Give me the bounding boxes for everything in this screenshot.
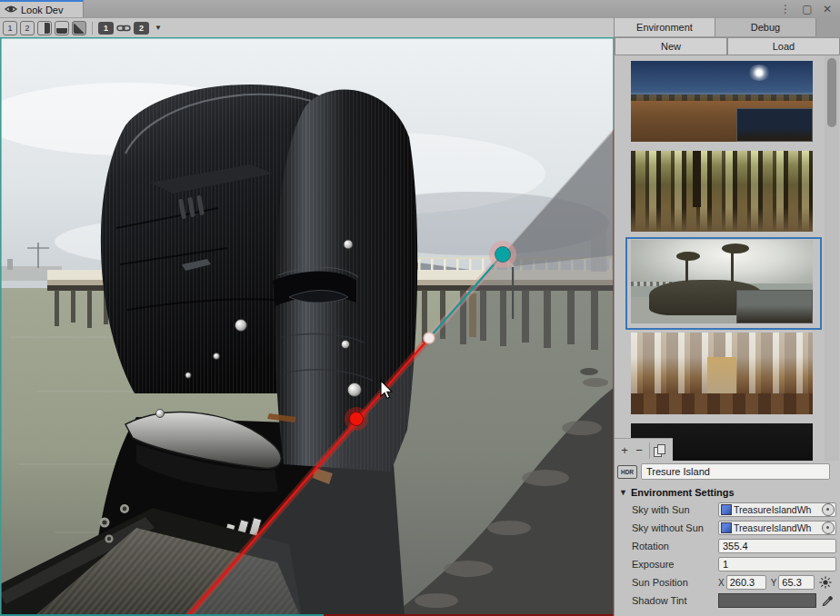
side-by-side-split-button[interactable] xyxy=(37,21,52,35)
lookdev-window: { "colors": { "selection_blue": "#3a76b8… xyxy=(0,0,840,616)
tab-environment[interactable]: Environment xyxy=(615,18,715,36)
thumbnail-scrollbar[interactable] xyxy=(825,55,839,461)
cubemap-icon xyxy=(721,522,732,533)
sky-with-sun-row: Sky with Sun TreasureIslandWh xyxy=(615,501,840,519)
sun-picker-icon[interactable] xyxy=(818,575,833,590)
cubemap-icon xyxy=(721,504,732,515)
library-actions: New Load xyxy=(615,37,840,55)
sky-with-sun-label: Sky with Sun xyxy=(632,504,718,515)
exposure-label: Exposure xyxy=(632,559,718,570)
camera-2-button[interactable]: 2 xyxy=(134,22,149,35)
settings-header-label: Environment Settings xyxy=(631,487,735,498)
sun-position-row: Sun Position X 260.3 Y 65.3 xyxy=(615,573,840,591)
foldout-arrow-icon[interactable]: ▼ xyxy=(619,488,627,497)
tab-debug[interactable]: Debug xyxy=(715,18,816,36)
hdr-name-row: HDR Tresure Island xyxy=(615,461,840,482)
load-button[interactable]: Load xyxy=(727,37,840,55)
sun-position-label: Sun Position xyxy=(632,577,718,588)
sun-x-field[interactable]: 260.3 xyxy=(726,575,766,590)
lookdev-viewport[interactable] xyxy=(0,37,615,616)
lookdev-toolbar: 1 2 1 2 ▼ xyxy=(0,18,615,37)
environment-name-field[interactable]: Tresure Island xyxy=(641,463,830,480)
list-action-bar: + − xyxy=(615,438,673,461)
hdri-thumbnail-desert[interactable] xyxy=(631,61,813,142)
separator-center-handle xyxy=(424,333,435,343)
add-environment-button[interactable]: + xyxy=(618,443,631,458)
scrollbar-thumb[interactable] xyxy=(827,58,836,127)
camera-1-button[interactable]: 1 xyxy=(98,22,114,35)
vertical-split-icon xyxy=(45,23,50,34)
shadow-inset xyxy=(736,108,813,142)
panel-tab-strip: Environment Debug xyxy=(615,18,840,37)
shadow-tint-row: Shadow Tint xyxy=(615,591,840,610)
toolbar-separator xyxy=(92,22,93,35)
single-view-2-button[interactable]: 2 xyxy=(20,21,35,35)
window-menu-icon[interactable]: ⋮ xyxy=(778,2,793,16)
diagonal-split-icon xyxy=(74,23,85,34)
diagonal-split-button[interactable] xyxy=(72,21,86,35)
environment-panel: New Load xyxy=(615,37,840,616)
exposure-row: Exposure 1 xyxy=(615,555,840,573)
separator-teal-handle xyxy=(495,247,511,263)
tab-look-dev[interactable]: Look Dev xyxy=(0,0,84,17)
window-titlebar: Look Dev ⋮ ▢ ✕ xyxy=(0,0,840,19)
rotation-row: Rotation 355.4 xyxy=(615,537,840,555)
shadow-tint-label: Shadow Tint xyxy=(632,595,718,606)
shadow-inset xyxy=(736,290,813,323)
hdr-badge-icon: HDR xyxy=(617,465,637,479)
sky-without-sun-label: Sky without Sun xyxy=(632,522,718,533)
sun-glare xyxy=(747,65,771,81)
object-picker-icon[interactable] xyxy=(822,503,835,516)
single-view-1-button[interactable]: 1 xyxy=(3,21,17,35)
maximize-icon[interactable]: ▢ xyxy=(800,2,815,16)
rotation-label: Rotation xyxy=(632,541,718,551)
rendered-scene xyxy=(0,37,615,616)
exposure-field[interactable]: 1 xyxy=(718,557,836,571)
sky-without-sun-row: Sky without Sun TreasureIslandWh xyxy=(615,519,840,537)
shadow-tint-swatch[interactable] xyxy=(718,593,816,608)
close-icon[interactable]: ✕ xyxy=(820,2,835,16)
hdri-thumbnail-treasure-island[interactable] xyxy=(631,240,813,323)
top-bottom-split-button[interactable] xyxy=(55,21,69,35)
sky-without-sun-field[interactable]: TreasureIslandWh xyxy=(718,521,836,535)
sky-with-sun-field[interactable]: TreasureIslandWh xyxy=(718,502,836,517)
separator-red-handle xyxy=(350,412,364,426)
duplicate-environment-icon[interactable] xyxy=(654,444,665,457)
horizontal-split-icon xyxy=(56,28,67,34)
rotation-field[interactable]: 355.4 xyxy=(718,539,836,553)
object-picker-icon[interactable] xyxy=(822,522,835,534)
hdri-thumbnail-church[interactable] xyxy=(631,333,813,414)
environment-settings-header[interactable]: ▼ Environment Settings xyxy=(615,484,840,501)
x-axis-label: X xyxy=(718,578,725,588)
y-axis-label: Y xyxy=(771,578,777,588)
camera-dropdown-button[interactable]: ▼ xyxy=(152,24,165,32)
tab-label: Look Dev xyxy=(21,5,63,15)
hdri-thumbnail-forest[interactable] xyxy=(631,151,813,232)
panel-divider[interactable] xyxy=(614,18,615,616)
eyedropper-icon[interactable] xyxy=(820,593,835,608)
sun-y-field[interactable]: 65.3 xyxy=(778,575,815,590)
hdri-thumbnail-list[interactable]: + − xyxy=(615,55,840,461)
new-button[interactable]: New xyxy=(615,37,727,55)
remove-environment-button[interactable]: − xyxy=(633,443,645,458)
link-cameras-icon[interactable] xyxy=(116,23,131,34)
eye-icon xyxy=(5,2,17,18)
